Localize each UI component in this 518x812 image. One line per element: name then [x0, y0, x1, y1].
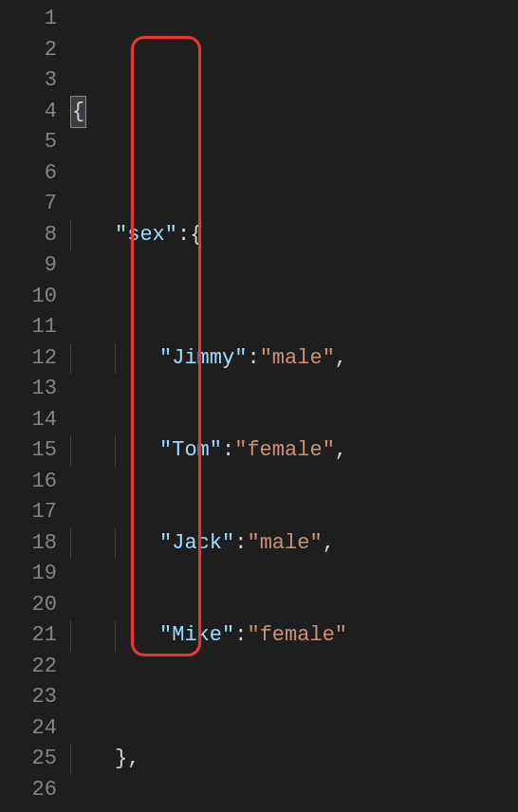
line-number: 9	[0, 250, 57, 282]
json-key: "sex"	[115, 220, 177, 251]
line-number: 7	[0, 189, 57, 220]
line-number: 19	[0, 559, 57, 590]
line-number: 16	[0, 467, 57, 498]
line-number: 8	[0, 220, 57, 251]
line-number: 10	[0, 282, 57, 313]
code-line[interactable]: "Mike":"female"	[70, 620, 518, 652]
line-number: 11	[0, 312, 57, 343]
json-key: "Tom"	[159, 435, 222, 467]
line-number: 13	[0, 374, 57, 405]
line-number: 24	[0, 713, 57, 745]
line-number: 20	[0, 590, 57, 621]
json-string: "male"	[260, 343, 335, 375]
json-string: "male"	[247, 528, 322, 560]
line-number: 5	[0, 127, 57, 158]
line-number: 23	[0, 682, 57, 713]
line-number: 3	[0, 65, 57, 97]
code-line[interactable]: "Jack":"male",	[70, 528, 518, 560]
line-number: 15	[0, 435, 57, 467]
line-number: 14	[0, 405, 57, 436]
line-number: 2	[0, 35, 57, 66]
line-number: 4	[0, 97, 57, 128]
code-line[interactable]: "Tom":"female",	[70, 435, 518, 467]
code-editor[interactable]: 1 2 3 4 5 6 7 8 9 10 11 12 13 14 15 16 1…	[0, 0, 518, 812]
open-brace-icon: {	[70, 96, 86, 129]
code-line[interactable]: {	[70, 97, 518, 128]
code-line[interactable]: },	[70, 744, 518, 775]
line-number: 6	[0, 158, 57, 190]
json-key: "Jack"	[159, 528, 234, 560]
line-number: 26	[0, 775, 57, 806]
close-brace-icon: },	[115, 744, 139, 775]
code-line[interactable]: "sex":{	[70, 220, 518, 251]
line-number-gutter: 1 2 3 4 5 6 7 8 9 10 11 12 13 14 15 16 1…	[0, 0, 70, 812]
line-number: 22	[0, 652, 57, 683]
code-line[interactable]: "Jimmy":"male",	[70, 343, 518, 375]
line-number: 25	[0, 744, 57, 775]
line-number: 21	[0, 620, 57, 652]
code-area[interactable]: { "sex":{ "Jimmy":"male", "Tom":"female"…	[70, 0, 518, 812]
line-number: 18	[0, 528, 57, 560]
line-number: 17	[0, 497, 57, 528]
line-number: 12	[0, 343, 57, 375]
json-string: "female"	[247, 620, 347, 652]
json-key: "Jimmy"	[159, 343, 247, 375]
json-string: "female"	[234, 435, 335, 467]
line-number: 1	[0, 4, 57, 35]
json-key: "Mike"	[159, 620, 234, 652]
